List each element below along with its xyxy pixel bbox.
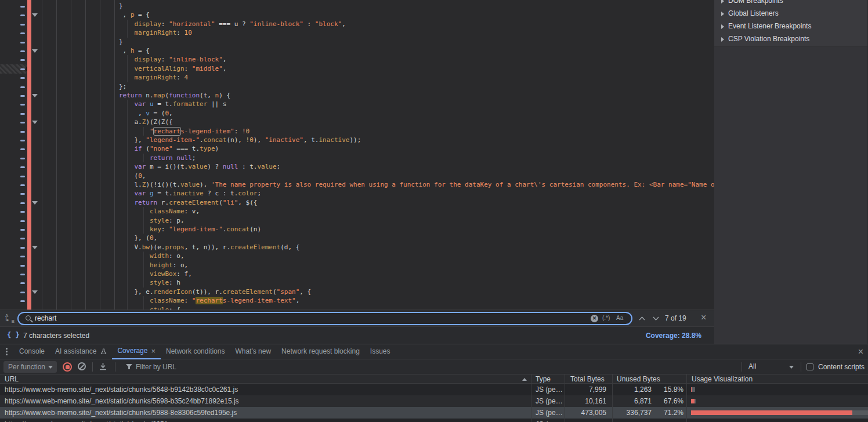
code-line[interactable]: (0, <box>0 172 714 181</box>
pretty-print-icon[interactable]: { } <box>7 331 20 339</box>
code-fold-arrow-icon[interactable] <box>32 49 38 53</box>
tab-console[interactable]: Console <box>14 344 50 359</box>
toolbar-divider <box>801 362 801 372</box>
code-line[interactable]: var u = t.formatter || s <box>0 100 714 109</box>
code-line[interactable]: }, (0, <box>0 234 714 243</box>
code-line[interactable]: marginRight: 10 <box>0 28 714 38</box>
close-find-bar-button[interactable]: × <box>701 312 706 323</box>
code-line[interactable]: className: v, <box>0 207 714 216</box>
code-line[interactable]: height: o, <box>0 261 714 270</box>
code-line[interactable]: a.Z)(Z(Z({ <box>0 118 714 127</box>
search-match-current: rechart <box>196 297 222 304</box>
clear-coverage-button[interactable] <box>78 362 86 370</box>
code-line[interactable]: }, "legend-item-".concat(n), !0), "inact… <box>0 136 714 145</box>
column-header-usage: Usage Visualization <box>692 375 753 383</box>
code-line[interactable]: display: "horizontal" === u ? "inline-bl… <box>0 20 714 29</box>
code-line[interactable]: return n.map(function(t, n) { <box>0 91 714 100</box>
code-fold-arrow-icon[interactable] <box>32 290 38 294</box>
code-line[interactable]: className: "recharts-legend-item-text", <box>0 296 714 305</box>
code-line-text: var u = t.formatter || s <box>119 100 226 108</box>
code-fold-arrow-icon[interactable] <box>32 201 38 205</box>
table-row[interactable]: https://www.web-memo.site/_next/static/c… <box>0 384 868 395</box>
previous-match-button[interactable] <box>638 316 646 321</box>
coverage-percentage-link[interactable]: Coverage: 28.8% <box>646 332 701 340</box>
clear-search-icon[interactable]: ✕ <box>591 315 598 322</box>
code-line[interactable]: style: h <box>0 278 714 288</box>
sources-panel: } , p = { display: "horizontal" === u ? … <box>0 0 714 344</box>
table-row[interactable]: https://www.web-memo.site/_next/static/c… <box>0 395 868 407</box>
sources-status-bar: { } 7 characters selected Coverage: 28.8… <box>0 326 714 344</box>
tab-issues[interactable]: Issues <box>365 344 396 359</box>
tab-what-s-new[interactable]: What's new <box>230 344 276 359</box>
tab-network-conditions[interactable]: Network conditions <box>161 344 230 359</box>
code-line[interactable]: verticalAlign: "middle", <box>0 64 714 74</box>
code-line[interactable]: if ("none" === t.type) <box>0 144 714 154</box>
search-icon <box>26 315 31 321</box>
sidebar-section-csp-violation-breakpoints[interactable]: CSP Violation Breakpoints <box>714 33 867 46</box>
code-line-text: "recharts-legend-item": !0 <box>119 128 249 135</box>
sidebar-section-dom-breakpoints[interactable]: DOM Breakpoints <box>714 0 867 8</box>
tab-ai-assistance[interactable]: AI assistance <box>50 344 112 359</box>
code-fold-arrow-icon[interactable] <box>32 13 38 17</box>
coverage-mode-select[interactable]: Per function <box>3 361 57 373</box>
code-line[interactable]: var m = i()(t.value) ? null : t.value; <box>0 162 714 172</box>
search-query[interactable]: rechart <box>35 314 56 322</box>
code-line-text: return n.map(function(t, n) { <box>119 92 230 99</box>
code-line[interactable]: }; <box>0 82 714 92</box>
code-line[interactable]: "recharts-legend-item": !0 <box>0 127 714 136</box>
tab-coverage[interactable]: Coverage× <box>112 344 161 359</box>
usage-bar <box>691 387 695 392</box>
code-line[interactable]: viewBox: f, <box>0 270 714 279</box>
table-row[interactable]: https://www.web-memo.site/_next/static/c… <box>0 407 868 419</box>
code-line[interactable]: display: "inline-block", <box>0 55 714 64</box>
code-line[interactable]: } <box>0 2 714 11</box>
code-line[interactable]: , p = { <box>0 10 714 20</box>
stop-recording-button[interactable] <box>63 362 72 372</box>
export-coverage-button[interactable] <box>99 362 107 370</box>
regex-toggle-icon[interactable]: (.*) <box>602 315 610 321</box>
code-line[interactable]: return null; <box>0 154 714 163</box>
code-line[interactable]: , v = (0, <box>0 109 714 118</box>
code-line[interactable]: } <box>0 38 714 47</box>
table-row[interactable]: https://www.web-memo.site/_next/static/c… <box>0 419 868 422</box>
row-unused-percent: 71.2% <box>652 409 683 417</box>
match-case-toggle-icon[interactable]: Aa <box>616 315 623 321</box>
code-fold-arrow-icon[interactable] <box>32 121 38 124</box>
pretty-print-line-marker <box>20 140 25 141</box>
devtools-main: } , p = { display: "horizontal" === u ? … <box>0 0 868 344</box>
code-line[interactable]: var g = t.inactive ? c : t.color; <box>0 189 714 198</box>
filter-by-url-input[interactable]: Filter by URL <box>136 363 176 371</box>
code-line[interactable]: V.bw)(e.props, t, n)), r.createElement(d… <box>0 243 714 252</box>
tab-network-request-blocking[interactable]: Network request blocking <box>276 344 365 359</box>
sidebar-section-event-listener-breakpoints[interactable]: Event Listener Breakpoints <box>714 20 867 33</box>
code-line-text: , p = { <box>119 11 150 19</box>
code-fold-arrow-icon[interactable] <box>32 246 38 249</box>
usage-bar-used <box>852 410 868 415</box>
more-tabs-menu-icon[interactable] <box>6 348 8 355</box>
code-line[interactable]: return r.createElement("li", $({ <box>0 198 714 208</box>
code-line[interactable]: , h = { <box>0 46 714 56</box>
content-scripts-checkbox[interactable] <box>806 363 813 370</box>
toolbar-divider <box>742 362 742 372</box>
code-line[interactable]: }, e.renderIcon(t)), r.createElement("sp… <box>0 288 714 297</box>
code-line[interactable]: style: { <box>0 305 714 310</box>
code-line-text: }, e.renderIcon(t)), r.createElement("sp… <box>119 288 311 296</box>
close-drawer-button[interactable]: × <box>858 347 863 357</box>
code-line[interactable]: key: "legend-item-".concat(n) <box>0 225 714 234</box>
code-line[interactable]: width: o, <box>0 252 714 261</box>
close-tab-icon[interactable]: × <box>151 344 155 358</box>
search-input[interactable]: rechart ✕ (.*) Aa <box>17 312 632 325</box>
code-line[interactable]: style: p, <box>0 216 714 225</box>
pretty-print-line-marker <box>20 265 25 267</box>
row-url: https://www.web-memo.site/_next/static/c… <box>5 397 526 405</box>
code-editor[interactable]: } , p = { display: "horizontal" === u ? … <box>0 0 714 310</box>
pretty-print-line-marker <box>20 32 25 34</box>
code-line[interactable]: l.Z)(!i()(t.value), 'The name property i… <box>0 180 714 190</box>
next-match-button[interactable] <box>652 316 660 321</box>
code-fold-arrow-icon[interactable] <box>32 94 38 97</box>
replace-toggle-icon[interactable]: A↳B <box>5 314 15 323</box>
pretty-print-line-marker <box>20 229 25 231</box>
code-line[interactable]: marginRight: 4 <box>0 73 714 82</box>
sidebar-section-global-listeners[interactable]: Global Listeners <box>714 8 867 20</box>
coverage-table-header[interactable]: URL Type Total Bytes Unused Bytes Usage … <box>0 374 868 384</box>
